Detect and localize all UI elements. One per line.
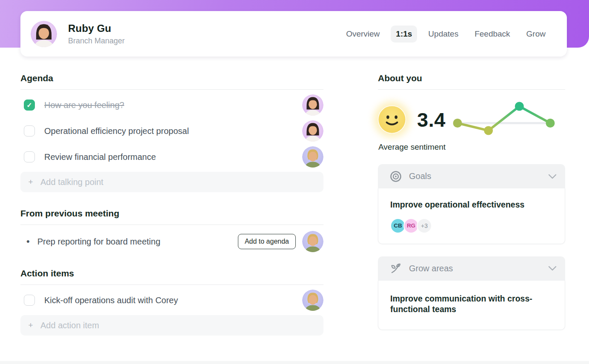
about-you-column: About you 3.4 Average sentiment	[378, 73, 565, 330]
sentiment-summary: 3.4	[378, 99, 565, 140]
tab-feedback[interactable]: Feedback	[469, 26, 515, 43]
divider	[20, 89, 323, 90]
corey-avatar	[302, 231, 323, 252]
goals-panel: Goals Improve operational effectiveness …	[378, 164, 565, 244]
corey-avatar	[302, 146, 323, 168]
next-section-edge	[0, 361, 589, 364]
tab-1-1s[interactable]: 1:1s	[391, 26, 417, 43]
corey-avatar	[302, 290, 323, 311]
smiley-face-icon	[378, 105, 406, 134]
divider	[378, 89, 565, 90]
goals-panel-title: Goals	[409, 171, 431, 181]
add-talking-point-placeholder: Add talking point	[40, 177, 103, 187]
plus-icon: +	[27, 321, 34, 330]
profile-identity: Ruby Gu Branch Manager	[31, 21, 125, 47]
agenda-item-label: How are you feeling?	[44, 100, 302, 110]
plus-icon: +	[27, 177, 34, 187]
profile-text: Ruby Gu Branch Manager	[68, 23, 125, 46]
header-tabs: Overview 1:1s Updates Feedback Grow	[341, 26, 551, 43]
agenda-item-row: Review financial performance	[20, 146, 323, 168]
goal-participants: CB RG +3	[390, 218, 553, 233]
bullet-icon: •	[26, 236, 30, 247]
agenda-item-label: Operational efficiency project proposal	[44, 126, 302, 136]
previous-meeting-item-row: • Prep reporting for board meeting Add t…	[20, 231, 323, 252]
add-action-item-placeholder: Add action item	[40, 321, 99, 330]
divider	[20, 225, 323, 225]
profile-role: Branch Manager	[68, 37, 125, 46]
chevron-down-icon[interactable]	[548, 266, 557, 271]
participant-chip-more: +3	[417, 218, 432, 233]
tab-updates[interactable]: Updates	[423, 26, 463, 43]
agenda-item-row: Operational efficiency project proposal	[20, 120, 323, 142]
sprout-icon	[390, 262, 402, 274]
sentiment-label: Average sentiment	[378, 142, 565, 152]
agenda-section-title: Agenda	[20, 73, 323, 83]
tab-grow[interactable]: Grow	[521, 26, 551, 43]
agenda-item-label: Review financial performance	[44, 152, 302, 162]
grow-areas-panel: Grow areas Improve communication with cr…	[378, 256, 565, 330]
about-you-section-title: About you	[378, 73, 565, 83]
action-item-label: Kick-off operations audit with Corey	[44, 296, 302, 305]
add-action-item-input[interactable]: + Add action item	[20, 315, 323, 336]
profile-name: Ruby Gu	[68, 23, 125, 34]
grow-area-title: Improve communication with cross-functio…	[390, 293, 553, 315]
target-icon	[390, 171, 402, 182]
chevron-down-icon[interactable]	[548, 174, 557, 179]
ruby-avatar	[302, 120, 323, 142]
action-item-checkbox[interactable]	[24, 295, 35, 306]
add-to-agenda-button[interactable]: Add to agenda	[238, 234, 296, 249]
goals-panel-header[interactable]: Goals	[378, 164, 565, 188]
previous-item-label: Prep reporting for board meeting	[37, 237, 160, 247]
profile-header-card: Ruby Gu Branch Manager Overview 1:1s Upd…	[20, 11, 567, 57]
meeting-column: Agenda ✓ How are you feeling? Operationa…	[20, 73, 323, 336]
divider	[20, 284, 323, 285]
agenda-item-checkbox[interactable]	[24, 125, 35, 136]
grow-area-card[interactable]: Improve communication with cross-functio…	[378, 281, 565, 330]
goal-card[interactable]: Improve operational effectiveness CB RG …	[378, 188, 565, 244]
agenda-item-row: ✓ How are you feeling?	[20, 94, 323, 116]
ruby-avatar	[31, 21, 57, 47]
tab-overview[interactable]: Overview	[341, 26, 385, 43]
grow-areas-panel-header[interactable]: Grow areas	[378, 256, 565, 281]
add-talking-point-input[interactable]: + Add talking point	[20, 172, 323, 192]
grow-areas-panel-title: Grow areas	[409, 264, 453, 273]
one-on-one-page: Ruby Gu Branch Manager Overview 1:1s Upd…	[0, 0, 589, 364]
agenda-item-checkbox-checked[interactable]: ✓	[24, 100, 35, 111]
sentiment-sparkline	[452, 101, 565, 138]
agenda-item-checkbox[interactable]	[24, 151, 35, 162]
action-items-section-title: Action items	[20, 268, 323, 279]
previous-meeting-section-title: From previous meeting	[20, 208, 323, 219]
action-item-row: Kick-off operations audit with Corey	[20, 290, 323, 311]
sentiment-score: 3.4	[417, 108, 446, 131]
ruby-avatar	[302, 94, 323, 116]
goal-title: Improve operational effectiveness	[390, 199, 553, 210]
